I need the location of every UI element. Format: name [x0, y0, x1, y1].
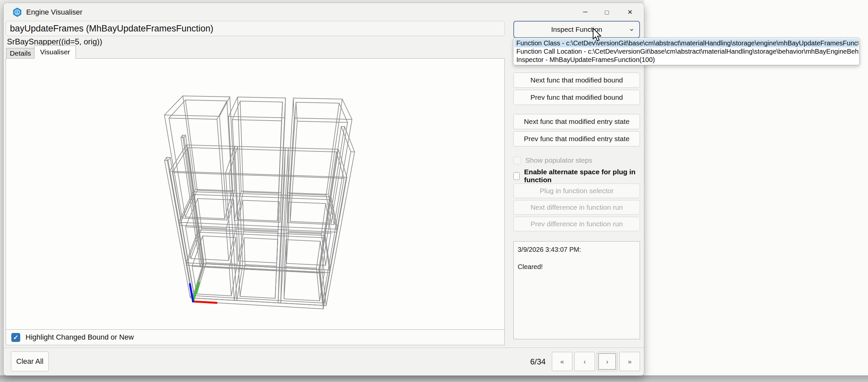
prev-difference-button: Prev difference in function run	[514, 217, 640, 231]
dropdown-option-function-class[interactable]: Function Class - c:\CetDev\versionGit\ba…	[515, 39, 858, 47]
next-func-bound-button[interactable]: Next func that modified bound	[514, 72, 640, 88]
log-message: Cleared!	[518, 263, 636, 271]
desktop-background-bottom	[0, 375, 868, 382]
checkmark-icon: ✓	[13, 333, 19, 341]
show-populator-checkbox	[514, 157, 521, 164]
inspect-function-popup: Function Class - c:\CetDev\versionGit\ba…	[513, 38, 860, 65]
window-title: Engine Visualiser	[26, 8, 83, 17]
tab-details[interactable]: Details	[6, 48, 34, 59]
wireframe-svg	[6, 59, 504, 329]
function-title-box: bayUpdateFrames (MhBayUpdateFramesFuncti…	[6, 21, 505, 36]
dropdown-option-inspector[interactable]: Inspector - MhBayUpdateFramesFunction(10…	[515, 56, 858, 64]
show-populator-label: Show populator steps	[525, 156, 592, 164]
prev-func-bound-button[interactable]: Prev func that modified bound	[514, 90, 640, 105]
log-timestamp: 3/9/2026 3:43:07 PM:	[518, 246, 636, 253]
visualiser-canvas[interactable]	[6, 58, 505, 330]
enable-alternate-row: Enable alternate space for plug in funct…	[514, 171, 640, 181]
enable-alternate-checkbox[interactable]	[514, 172, 520, 180]
tab-visualiser[interactable]: Visualiser	[34, 45, 76, 59]
show-populator-row: Show populator steps	[514, 155, 640, 165]
app-icon	[12, 7, 22, 17]
next-func-entry-state-button[interactable]: Next func that modified entry state	[514, 114, 640, 129]
highlight-checkbox[interactable]: ✓	[11, 333, 20, 342]
clear-all-button[interactable]: Clear All	[11, 352, 49, 372]
dropdown-option-call-location[interactable]: Function Call Location - c:\CetDev\versi…	[515, 47, 858, 56]
enable-alternate-label: Enable alternate space for plug in funct…	[524, 168, 640, 184]
highlight-label: Highlight Changed Bound or New	[26, 333, 134, 342]
plug-in-function-selector-button: Plug in function selector	[514, 184, 640, 198]
mouse-cursor	[593, 28, 604, 42]
function-subtitle: SrBaySnapper((id=5, orig))	[7, 37, 102, 46]
log-box[interactable]: 3/9/2026 3:43:07 PM: Cleared!	[514, 241, 640, 339]
highlight-row: ✓ Highlight Changed Bound or New	[6, 329, 505, 345]
prev-func-entry-state-button[interactable]: Prev func that modified entry state	[514, 131, 640, 147]
next-difference-button: Next difference in function run	[514, 200, 640, 215]
inspect-function-dropdown[interactable]: Inspect Function ⌄	[514, 21, 640, 38]
chevron-down-icon: ⌄	[629, 24, 635, 33]
